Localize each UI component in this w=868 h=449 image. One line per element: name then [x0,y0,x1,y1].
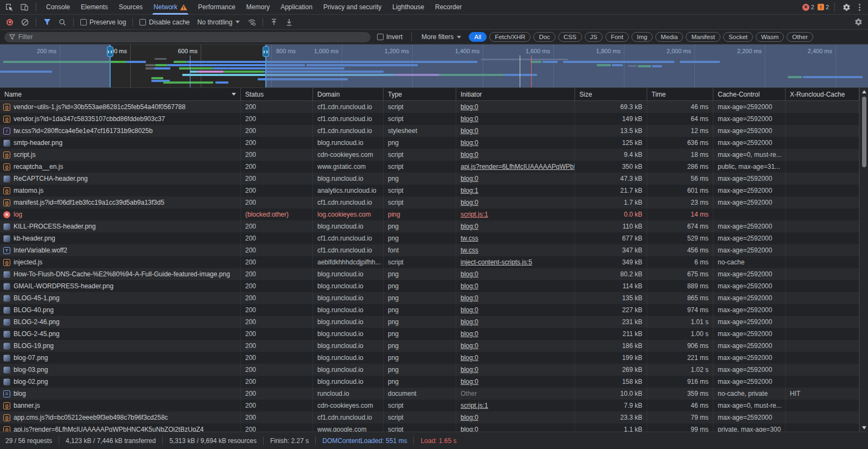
tab-lighthouse[interactable]: Lighthouse [387,0,430,15]
table-row[interactable]: {}manifest.js?id=f06df1eb3fcc19a1cc39d5a… [0,197,868,208]
settings-gear-icon[interactable] [840,2,852,12]
warning-count-badge[interactable]: ! 2 [818,4,829,10]
column-header-size[interactable]: Size [575,88,647,100]
table-row[interactable]: {}api.js?render=6LfhMcIUAAAAAPqWPbHNC4K5… [0,423,868,432]
table-row[interactable]: {}script.js200cdn-cookieyes.comscriptblo… [0,149,868,161]
more-options-kebab-icon[interactable] [856,2,864,12]
filter-chip-img[interactable]: Img [631,32,653,42]
request-initiator[interactable]: blog:0 [461,426,478,432]
request-initiator[interactable]: blog:0 [461,270,478,278]
table-row[interactable]: smtp-header.png200blog.runcloud.iopngblo… [0,137,868,149]
request-initiator[interactable]: blog:0 [461,306,478,314]
scroll-down-icon[interactable] [862,424,866,432]
more-filters-dropdown[interactable]: More filters [418,33,464,41]
invert-checkbox[interactable]: Invert [375,33,405,41]
device-toolbar-icon[interactable] [18,2,30,12]
request-initiator[interactable]: api.js?render=6LfhMcIUAAAAAPqWPbH [461,163,575,170]
table-row[interactable]: BLOG-19.png200blog.runcloud.iopngblog:01… [0,340,868,352]
request-initiator[interactable]: blog:0 [461,282,478,290]
table-row[interactable]: BLOG-2-45.png200blog.runcloud.iopngblog:… [0,328,868,340]
request-initiator[interactable]: blog:0 [461,151,478,159]
column-header-x-runcloud-cache[interactable]: X-Runcloud-Cache [786,88,859,100]
table-row[interactable]: {}app.cms.js?id=bc05212eeeb9f3eb498c7b96… [0,412,868,423]
export-har-icon[interactable] [283,16,296,28]
table-row[interactable]: blog-03.png200blog.runcloud.iopngblog:02… [0,364,868,376]
filter-chip-other[interactable]: Other [787,32,813,42]
table-row[interactable]: BLOG-2-46.png200blog.runcloud.iopngblog:… [0,316,868,328]
filter-chip-manifest[interactable]: Manifest [686,32,720,42]
tab-application[interactable]: Application [275,0,318,15]
selection-handle-right[interactable]: ❚❚ [265,45,266,87]
tab-performance[interactable]: Performance [193,0,241,15]
column-header-initiator[interactable]: Initiator [456,88,575,100]
column-header-time[interactable]: Time [647,88,713,100]
table-row[interactable]: kb-header.png200cf1.cdn.runcloud.iopngtw… [0,232,868,244]
filter-chip-js[interactable]: JS [585,32,603,42]
table-row[interactable]: BLOG-40.png200blog.runcloud.iopngblog:02… [0,304,868,316]
search-icon[interactable] [56,16,69,28]
scrollbar-track[interactable] [860,96,868,424]
filter-chip-doc[interactable]: Doc [533,32,555,42]
tab-privacy-and-security[interactable]: Privacy and security [318,0,387,15]
table-row[interactable]: /tw.css?id=280ffcca4e5e1e47cf161731b9c80… [0,125,868,137]
network-conditions-icon[interactable] [245,16,258,28]
table-row[interactable]: How-To-Flush-DNS-Cache-%E2%80%94-A-Full-… [0,268,868,280]
request-initiator[interactable]: blog:0 [461,366,478,374]
tab-console[interactable]: Console [41,0,75,15]
filter-chip-socket[interactable]: Socket [723,32,753,42]
throttling-select[interactable]: No throttling [194,18,244,26]
request-initiator[interactable]: blog:1 [461,187,478,194]
table-row[interactable]: {}banner.js200cdn-cookieyes.comscriptscr… [0,400,868,412]
record-network-log-button[interactable] [3,16,16,28]
column-header-status[interactable]: Status [241,88,313,100]
tab-recorder[interactable]: Recorder [430,0,467,15]
vertical-scrollbar[interactable] [859,88,868,432]
table-row[interactable]: {}vendor.js?id=1da347c58335107cbbd86fdde… [0,113,868,125]
request-initiator[interactable]: blog:0 [461,318,478,326]
request-initiator[interactable]: blog:0 [461,199,478,206]
request-initiator[interactable]: script.js:1 [461,402,488,409]
column-header-cache-control[interactable]: Cache-Control [713,88,786,100]
tab-sources[interactable]: Sources [113,0,148,15]
request-initiator[interactable]: blog:0 [461,175,478,182]
table-row[interactable]: {}injected.js200aeblfdkhhhdcdjpifhh...sc… [0,256,868,268]
table-row[interactable]: blog-02.png200blog.runcloud.iopngblog:01… [0,376,868,388]
table-row[interactable]: ✕log(blocked:other)log.cookieyes.comping… [0,208,868,220]
selection-handle-left[interactable]: ❚❚ [110,45,111,87]
table-row[interactable]: ReCAPTCHA-header.png200blog.runcloud.iop… [0,173,868,185]
scroll-up-icon[interactable] [862,88,866,96]
filter-icon[interactable] [41,16,54,28]
filter-input[interactable] [18,33,366,41]
request-initiator[interactable]: blog:0 [461,354,478,362]
network-settings-gear-icon[interactable] [852,16,865,28]
error-count-badge[interactable]: ✕ 2 [802,4,814,11]
request-initiator[interactable]: blog:0 [461,378,478,385]
column-header-domain[interactable]: Domain [313,88,384,100]
request-initiator[interactable]: tw.css [461,246,478,254]
tab-elements[interactable]: Elements [75,0,113,15]
filter-chip-fetch-xhr[interactable]: Fetch/XHR [489,32,531,42]
table-row[interactable]: BLOG-45-1.png200blog.runcloud.iopngblog:… [0,292,868,304]
request-initiator[interactable]: blog:0 [461,294,478,302]
inspect-element-icon[interactable] [3,2,15,12]
filter-chip-all[interactable]: All [469,32,487,42]
request-initiator[interactable]: script.js:1 [461,211,488,218]
tab-network[interactable]: Network [148,0,193,15]
request-initiator[interactable]: inject-content-scripts.js:5 [461,258,532,266]
request-initiator[interactable]: blog:0 [461,414,478,421]
table-row[interactable]: GMAIL-WORDPRESS-header.png200blog.runclo… [0,280,868,292]
filter-chip-font[interactable]: Font [605,32,629,42]
disable-cache-checkbox[interactable]: Disable cache [137,18,192,26]
request-initiator[interactable]: blog:0 [461,139,478,147]
tab-memory[interactable]: Memory [241,0,275,15]
table-row[interactable]: {}matomo.js200analytics.runcloud.ioscrip… [0,185,868,197]
preserve-log-checkbox[interactable]: Preserve log [78,18,128,26]
request-initiator[interactable]: blog:0 [461,330,478,338]
filter-chip-media[interactable]: Media [655,32,683,42]
table-row[interactable]: blog-07.png200blog.runcloud.iopngblog:01… [0,352,868,364]
import-har-icon[interactable] [267,16,280,28]
network-overview-timeline[interactable]: 200 ms400 ms600 ms800 ms1,000 ms1,200 ms… [0,45,868,88]
request-initiator[interactable]: tw.css [461,235,478,242]
table-row[interactable]: ≡blog200runcloud.iodocumentOther10.0 kB3… [0,388,868,400]
scrollbar-thumb[interactable] [862,97,866,167]
